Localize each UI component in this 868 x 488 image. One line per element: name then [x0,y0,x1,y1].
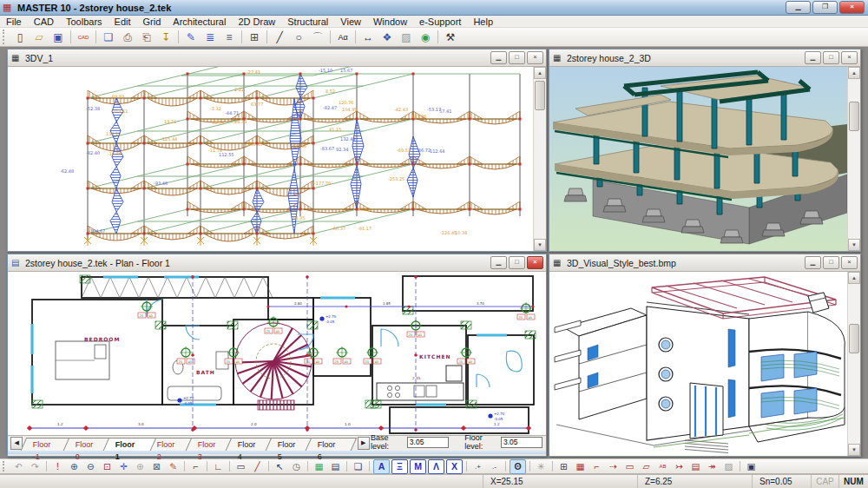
slab-icon[interactable]: ▱ [638,459,654,474]
circle-icon[interactable]: ○ [289,29,308,46]
scroll-thumb[interactable] [849,102,859,131]
layer-xi-icon[interactable]: Ξ [391,459,408,474]
cad-icon[interactable]: CAD [74,29,93,46]
menu-cad[interactable]: CAD [28,16,60,27]
hatch-icon[interactable]: ▨ [397,29,416,46]
layer-m-icon[interactable]: M [410,459,426,474]
line-icon[interactable]: ╱ [270,29,289,46]
mouse-icon[interactable]: ʘ [510,459,526,474]
child-close-button[interactable]: × [527,256,543,269]
tab-floor-6[interactable]: Floor 6 [306,438,358,451]
print-preview-icon[interactable]: ⎗ [137,29,156,46]
tabs-scroll-right-icon[interactable]: ▶ [358,437,370,450]
dimension-icon[interactable]: ↔ [358,29,378,46]
scroll-thumb[interactable] [535,81,545,110]
menu-edit[interactable]: Edit [108,16,137,27]
menu-2d-draw[interactable]: 2D Draw [232,16,281,27]
menu-help[interactable]: Help [467,16,499,27]
toolbar-grip[interactable] [3,30,8,44]
toolbar-separator [178,30,179,44]
tools-icon[interactable]: ⚒ [441,29,460,46]
layer-lambda-icon[interactable]: Λ [428,459,444,474]
snap-star-icon[interactable]: ✳ [533,459,549,474]
layer-x-icon[interactable]: X [446,459,463,474]
restore-button[interactable]: ❐ [812,1,838,14]
hatch-region-icon[interactable]: ▨ [720,459,737,474]
base-level-input[interactable] [407,437,449,448]
render-vscrollbar[interactable]: ▲ ▼ [847,67,860,251]
visual-vscrollbar[interactable]: ▲ ▼ [847,272,860,456]
child-minimize-button[interactable]: ▁ [490,256,507,269]
child-minimize-button[interactable]: ▁ [805,51,821,64]
window-3dv1-titlebar[interactable]: ▦ 3DV_1 ▁ □ × [8,49,546,67]
menu-toolbars[interactable]: Toolbars [60,16,108,27]
text-icon[interactable]: Aα [333,29,352,46]
eshop-cart-icon[interactable]: ◉ [416,29,435,46]
node-arrow-icon[interactable]: ⇢ [605,459,621,474]
ble-blocks-icon[interactable]: ❖ [378,29,397,46]
visual-viewport[interactable]: ▲ ▼ [549,272,860,456]
scroll-up-icon[interactable]: ▲ [848,272,860,284]
child-maximize-button[interactable]: □ [823,256,839,269]
move-node-icon[interactable]: ↠ [704,459,720,474]
arc-icon[interactable]: ⌒ [308,29,327,46]
scroll-down-icon[interactable]: ▼ [848,239,860,251]
window-3d-render-titlebar[interactable]: ▦ 2storey house_2_3D ▁ □ × [549,49,860,67]
child-close-button[interactable]: × [841,256,858,269]
child-close-button[interactable]: × [527,51,543,64]
grid-snap-icon[interactable]: ⊞ [556,459,572,474]
menu-file[interactable]: File [0,16,28,27]
menu-window[interactable]: Window [367,16,413,27]
child-maximize-button[interactable]: □ [509,256,525,269]
mesh-icon[interactable]: ▤ [687,459,704,474]
new-icon[interactable]: ▯ [10,29,30,46]
open-folder-icon[interactable]: ▱ [30,29,49,46]
save-icon[interactable]: ▣ [49,29,68,46]
window-visual-style-titlebar[interactable]: ▦ 3D_Visual_Style_best.bmp ▁ □ × [549,254,860,272]
wall-icon[interactable]: ⌐ [589,459,605,474]
copy-icon[interactable]: ❏ [99,29,118,46]
undo-icon[interactable]: ↶ [10,459,27,474]
menu-view[interactable]: View [334,16,367,27]
child-maximize-button[interactable]: □ [509,51,525,64]
print-icon[interactable]: ⎙ [118,29,137,46]
beam-icon[interactable]: ▭ [621,459,638,474]
grid-icon[interactable]: ⊞ [245,29,264,46]
child-close-button[interactable]: × [841,51,858,64]
list-blue-icon[interactable]: ≣ [201,29,220,46]
copy-entities-icon[interactable]: ❏ [350,459,366,474]
toolbar-grip[interactable] [3,461,8,472]
point-plus-icon[interactable]: .+ [470,459,486,474]
list-icon[interactable]: ≡ [220,29,239,46]
point-minus-icon[interactable]: .- [486,459,503,474]
menu-architectural[interactable]: Architectural [167,16,232,27]
scroll-up-icon[interactable]: ▲ [848,67,860,79]
minimize-button[interactable]: ▁ [786,1,811,14]
child-minimize-button[interactable]: ▁ [805,256,821,269]
scroll-down-icon[interactable]: ▼ [534,239,546,251]
scroll-up-icon[interactable]: ▲ [534,67,546,79]
tab-floor-1[interactable]: Floor 1 [103,438,157,451]
export-icon[interactable]: ↧ [156,29,175,46]
plan-viewport[interactable]: 2545254525452545254525452545254525452545… [8,272,546,435]
close-button[interactable]: × [839,1,865,14]
scroll-down-icon[interactable]: ▼ [848,444,860,456]
analysis-viewport[interactable]: -89.93-52.38103.11139.17-82.40-16.3619.7… [8,67,546,251]
child-maximize-button[interactable]: □ [823,51,839,64]
raster-icon[interactable]: ▦ [572,459,589,474]
sketch-pen-icon[interactable]: ✎ [181,29,201,46]
menu-structural[interactable]: Structural [281,16,334,27]
child-minimize-button[interactable]: ▁ [490,51,507,64]
scroll-thumb[interactable] [849,324,859,353]
floor-level-input[interactable] [501,437,542,448]
label-ab-icon[interactable]: AB [654,459,671,474]
layer-a-icon[interactable]: A [373,459,390,474]
window-plan-titlebar[interactable]: ▤ 2storey house_2.tek - Plan - Floor 1 ▁… [8,254,546,272]
menu-e-support[interactable]: e-Support [413,16,467,27]
menu-grid[interactable]: Grid [137,16,168,27]
render-viewport[interactable]: ▲ ▼ [549,67,860,251]
settings-box-icon[interactable]: ▣ [743,459,760,474]
zoom-window-icon[interactable]: ⊡ [99,459,115,474]
analysis-vscrollbar[interactable]: ▲ ▼ [533,67,546,251]
join-nodes-icon[interactable]: ↣ [671,459,687,474]
